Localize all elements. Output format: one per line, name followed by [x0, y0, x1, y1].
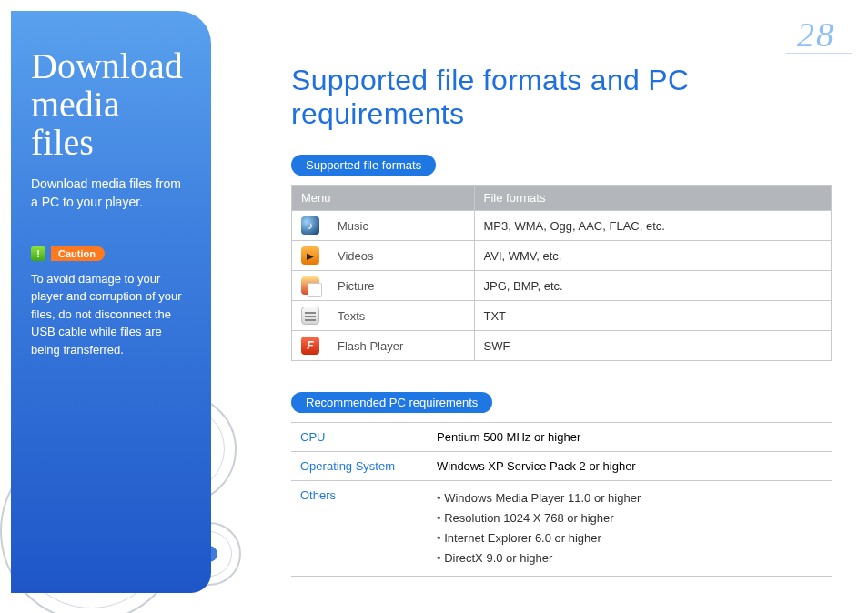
caution-icon	[31, 246, 45, 261]
req-others-label: Others	[291, 481, 428, 577]
video-icon	[301, 246, 319, 265]
formats-menu-name: Flash Player	[328, 331, 474, 361]
sidebar-subtitle: Download media files from a PC to your p…	[31, 175, 191, 212]
caution-body: To avoid damage to your player and corru…	[31, 270, 191, 359]
req-others-item: Internet Explorer 6.0 or higher	[437, 528, 823, 548]
page-number: 28	[797, 15, 835, 55]
req-cpu-value: Pentium 500 MHz or higher	[428, 423, 832, 452]
req-others-value: Windows Media Player 11.0 or higherResol…	[428, 481, 832, 577]
formats-menu-name: Texts	[328, 301, 474, 331]
formats-row: PictureJPG, BMP, etc.	[292, 271, 832, 301]
formats-head-menu: Menu	[292, 186, 475, 211]
req-others-item: Windows Media Player 11.0 or higher	[437, 488, 823, 508]
req-others-item: DirectX 9.0 or higher	[437, 548, 823, 568]
formats-menu-name: Videos	[328, 241, 474, 271]
sidebar-title: Download media files	[31, 47, 191, 162]
caution-row: Caution	[31, 246, 191, 261]
caution-label: Caution	[51, 246, 105, 261]
formats-section-pill: Supported file formats	[291, 155, 436, 176]
formats-table: Menu File formats MusicMP3, WMA, Ogg, AA…	[291, 185, 832, 361]
music-icon	[292, 211, 329, 241]
formats-menu-name: Music	[328, 211, 474, 241]
page-title: Supported file formats and PC requiremen…	[291, 64, 832, 131]
req-os-value: Windows XP Service Pack 2 or higher	[428, 452, 832, 481]
formats-row: MusicMP3, WMA, Ogg, AAC, FLAC, etc.	[292, 211, 832, 241]
flash-icon	[301, 337, 319, 355]
music-icon	[301, 216, 319, 235]
formats-value: SWF	[474, 331, 832, 361]
formats-value: TXT	[474, 301, 832, 331]
req-os-label: Operating System	[291, 452, 428, 481]
video-icon	[292, 241, 329, 271]
req-row-others: Others Windows Media Player 11.0 or high…	[291, 481, 832, 577]
formats-value: JPG, BMP, etc.	[474, 271, 832, 301]
pic-icon	[301, 276, 319, 295]
text-icon	[292, 301, 329, 331]
requirements-table: CPU Pentium 500 MHz or higher Operating …	[291, 422, 832, 577]
formats-row: Flash PlayerSWF	[292, 331, 832, 361]
main-content: Supported file formats and PC requiremen…	[291, 64, 832, 577]
sidebar: Download media files Download media file…	[11, 11, 211, 593]
req-cpu-label: CPU	[291, 423, 428, 452]
req-row-os: Operating System Windows XP Service Pack…	[291, 452, 832, 481]
formats-row: TextsTXT	[292, 301, 832, 331]
pic-icon	[292, 271, 329, 301]
formats-value: AVI, WMV, etc.	[474, 241, 832, 271]
requirements-section-pill: Recommended PC requirements	[291, 392, 492, 413]
formats-menu-name: Picture	[328, 271, 474, 301]
formats-row: VideosAVI, WMV, etc.	[292, 241, 832, 271]
formats-value: MP3, WMA, Ogg, AAC, FLAC, etc.	[474, 211, 832, 241]
req-row-cpu: CPU Pentium 500 MHz or higher	[291, 423, 832, 452]
text-icon	[301, 306, 319, 325]
req-others-item: Resolution 1024 X 768 or higher	[437, 508, 823, 528]
flash-icon	[292, 331, 329, 361]
page-number-underline	[786, 53, 852, 54]
formats-head-formats: File formats	[474, 186, 832, 211]
